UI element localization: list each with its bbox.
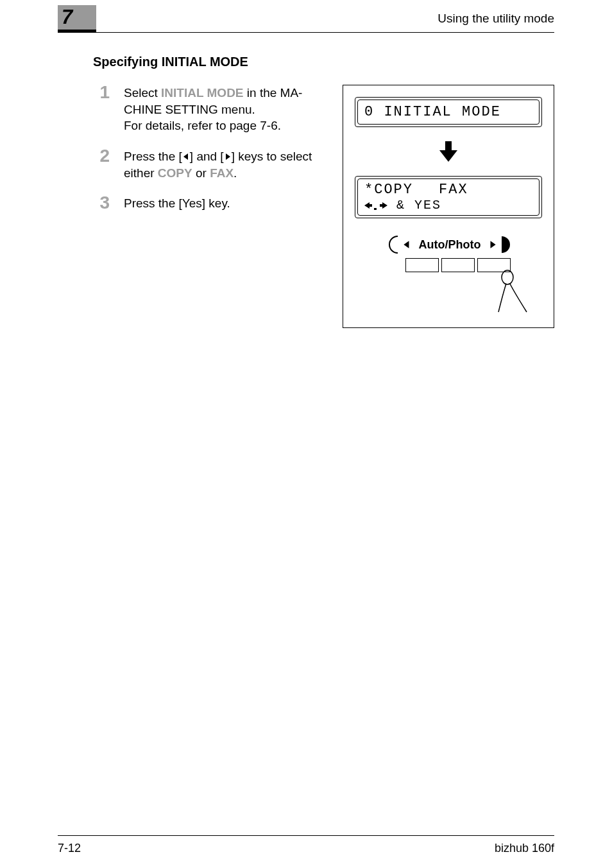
lcd-screen-2: *COPY FAX & YES bbox=[355, 176, 542, 218]
lcd-left-right-icon bbox=[364, 198, 396, 213]
running-header: Using the utility mode bbox=[438, 12, 554, 26]
device-screen-illustration: 0 INITIAL MODE *COPY FAX bbox=[343, 85, 554, 328]
lcd-text: 0 INITIAL MODE bbox=[364, 104, 501, 120]
step-list: 1 Select INITIAL MODE in the MA­CHINE SE… bbox=[93, 85, 327, 226]
svg-marker-8 bbox=[491, 241, 496, 248]
step-text: Select INITIAL MODE in the MA­CHINE SETT… bbox=[124, 85, 327, 134]
step-text: Press the [Yes] key. bbox=[124, 195, 327, 212]
half-circle-left-icon bbox=[387, 235, 398, 254]
footer-rule bbox=[58, 835, 554, 836]
step-number: 2 bbox=[93, 147, 110, 165]
lcd-text-fax: FAX bbox=[439, 182, 468, 198]
svg-rect-5 bbox=[374, 208, 377, 210]
auto-photo-control: Auto/Photo bbox=[355, 235, 542, 254]
keyword-fax: FAX bbox=[210, 166, 234, 180]
text: For details, refer to page 7-6. bbox=[124, 119, 281, 132]
svg-point-9 bbox=[502, 270, 513, 284]
step-1: 1 Select INITIAL MODE in the MA­CHINE SE… bbox=[93, 85, 327, 134]
keyword-initial-mode: INITIAL MODE bbox=[161, 86, 243, 100]
header-rule bbox=[58, 32, 554, 33]
center-key-button bbox=[441, 258, 475, 272]
right-arrow-icon bbox=[488, 240, 497, 249]
lcd-text-yes: & YES bbox=[396, 198, 441, 213]
svg-marker-1 bbox=[226, 153, 230, 160]
svg-marker-6 bbox=[380, 202, 387, 209]
left-arrow-icon bbox=[182, 153, 190, 161]
product-name: bizhub 160f bbox=[495, 842, 554, 855]
lcd-text-copy: *COPY bbox=[364, 182, 413, 198]
svg-marker-7 bbox=[404, 241, 409, 248]
chapter-number: 7 bbox=[62, 6, 72, 29]
auto-photo-label: Auto/Photo bbox=[419, 238, 481, 252]
section-heading: Specifying INITIAL MODE bbox=[93, 55, 554, 69]
step-number: 3 bbox=[93, 194, 110, 212]
lcd-screen-1: 0 INITIAL MODE bbox=[355, 97, 542, 127]
step-number: 1 bbox=[93, 83, 110, 101]
text: Select bbox=[124, 86, 161, 100]
half-circle-right-icon bbox=[501, 235, 510, 254]
page: 7 Using the utility mode Specifying INIT… bbox=[0, 0, 612, 868]
left-arrow-icon bbox=[402, 240, 411, 249]
svg-marker-4 bbox=[364, 202, 372, 209]
chapter-marker: 7 bbox=[58, 5, 96, 32]
step-2: 2 Press the [] and [] keys to select eit… bbox=[93, 148, 327, 181]
svg-marker-3 bbox=[439, 150, 457, 162]
text: Press the [ bbox=[124, 150, 182, 163]
svg-marker-0 bbox=[183, 153, 188, 160]
page-number: 7-12 bbox=[58, 842, 81, 855]
text: ] and [ bbox=[190, 150, 224, 163]
press-finger-illustration bbox=[355, 275, 542, 313]
step-text: Press the [] and [] keys to select eithe… bbox=[124, 148, 327, 181]
text: . bbox=[234, 166, 237, 180]
right-arrow-icon bbox=[224, 153, 232, 161]
step-3: 3 Press the [Yes] key. bbox=[93, 195, 327, 212]
text: or bbox=[192, 166, 210, 180]
keyword-copy: COPY bbox=[158, 166, 192, 180]
down-arrow-icon bbox=[436, 139, 461, 164]
svg-rect-2 bbox=[445, 141, 452, 150]
left-key-button bbox=[405, 258, 439, 272]
